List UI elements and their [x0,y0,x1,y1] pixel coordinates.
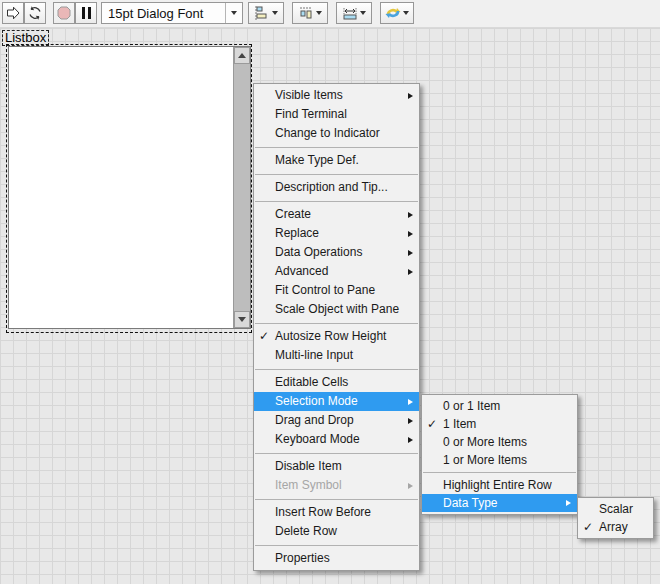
menu-item-insert-row-before[interactable]: Insert Row Before [254,503,419,522]
listbox-control[interactable] [8,46,251,329]
menu-item-0-or-1-item[interactable]: 0 or 1 Item [422,397,577,415]
submenu-arrow-icon [408,483,413,489]
menu-separator [255,369,418,370]
menu-item-find-terminal[interactable]: Find Terminal [254,105,419,124]
chevron-down-icon [403,11,409,15]
scrollbar-up-button[interactable] [234,47,250,64]
menu-item-0-or-more-items[interactable]: 0 or More Items [422,433,577,451]
run-continuously-button[interactable] [24,2,46,24]
menu-item-1-or-more-items[interactable]: 1 or More Items [422,451,577,469]
align-objects-dropdown[interactable] [248,2,284,24]
submenu-arrow-icon [408,250,413,256]
menu-item-description-and-tip[interactable]: Description and Tip... [254,178,419,197]
menu-separator [255,323,418,324]
menu-separator [255,174,418,175]
menu-separator [255,545,418,546]
pause-button[interactable] [75,2,97,24]
selection-mode-submenu: 0 or 1 Item ✓1 Item 0 or More Items 1 or… [421,394,578,515]
check-icon: ✓ [583,518,593,536]
stop-octagon-icon [56,5,72,21]
menu-item-editable-cells[interactable]: Editable Cells [254,373,419,392]
menu-item-visible-items[interactable]: Visible Items [254,86,419,105]
front-panel: Listbox Visible Items Find Terminal Chan… [0,28,660,584]
run-continuously-icon [27,5,43,21]
pause-icon [82,7,91,19]
chevron-down-icon [226,11,242,15]
chevron-down-icon [316,11,322,15]
abort-execution-button[interactable] [53,2,75,24]
arrow-up-icon [238,53,246,58]
menu-item-data-operations[interactable]: Data Operations [254,243,419,262]
menu-item-keyboard-mode[interactable]: Keyboard Mode [254,430,419,449]
menu-separator [255,201,418,202]
vertical-scrollbar[interactable] [233,47,250,328]
menu-item-scale-object-with-pane[interactable]: Scale Object with Pane [254,300,419,319]
chevron-down-icon [360,11,366,15]
submenu-arrow-icon [408,93,413,99]
menu-item-multi-line-input[interactable]: Multi-line Input [254,346,419,365]
arrow-down-icon [238,317,246,322]
scrollbar-down-button[interactable] [234,311,250,328]
resize-objects-dropdown[interactable] [336,2,372,24]
context-menu: Visible Items Find Terminal Change to In… [253,83,420,571]
menu-item-create[interactable]: Create [254,205,419,224]
menu-item-advanced[interactable]: Advanced [254,262,419,281]
distribute-objects-icon [298,5,314,21]
run-arrow-icon [5,5,21,21]
menu-separator [423,472,576,473]
check-icon: ✓ [427,415,437,433]
reorder-icon [385,5,401,21]
menu-item-array[interactable]: ✓Array [578,518,653,536]
submenu-arrow-icon [566,500,571,506]
menu-item-selection-mode[interactable]: Selection Mode [254,392,419,411]
font-selector-value: 15pt Dialog Font [102,6,225,21]
distribute-objects-dropdown[interactable] [292,2,328,24]
menu-separator [255,499,418,500]
submenu-arrow-icon [408,269,413,275]
menu-item-autosize-row-height[interactable]: ✓Autosize Row Height [254,327,419,346]
run-button[interactable] [2,2,24,24]
menu-item-fit-control-to-pane[interactable]: Fit Control to Pane [254,281,419,300]
submenu-arrow-icon [408,418,413,424]
menu-item-1-item[interactable]: ✓1 Item [422,415,577,433]
chevron-down-icon [272,11,278,15]
submenu-arrow-icon [408,212,413,218]
font-selector[interactable]: 15pt Dialog Font [101,2,243,24]
menu-item-item-symbol: Item Symbol [254,476,419,495]
resize-objects-icon [342,5,358,21]
toolbar: 15pt Dialog Font [0,0,660,28]
check-icon: ✓ [259,327,269,346]
align-objects-icon [254,5,270,21]
data-type-submenu: Scalar ✓Array [577,497,654,539]
menu-item-change-to-indicator[interactable]: Change to Indicator [254,124,419,143]
submenu-arrow-icon [408,231,413,237]
reorder-dropdown[interactable] [380,2,414,24]
menu-separator [255,147,418,148]
menu-item-drag-and-drop[interactable]: Drag and Drop [254,411,419,430]
menu-item-scalar[interactable]: Scalar [578,500,653,518]
menu-item-properties[interactable]: Properties [254,549,419,568]
menu-separator [255,453,418,454]
submenu-arrow-icon [408,399,413,405]
menu-item-disable-item[interactable]: Disable Item [254,457,419,476]
menu-item-make-type-def[interactable]: Make Type Def. [254,151,419,170]
menu-item-delete-row[interactable]: Delete Row [254,522,419,541]
submenu-arrow-icon [408,437,413,443]
menu-item-replace[interactable]: Replace [254,224,419,243]
menu-item-data-type[interactable]: Data Type [422,494,577,512]
menu-item-highlight-entire-row[interactable]: Highlight Entire Row [422,476,577,494]
